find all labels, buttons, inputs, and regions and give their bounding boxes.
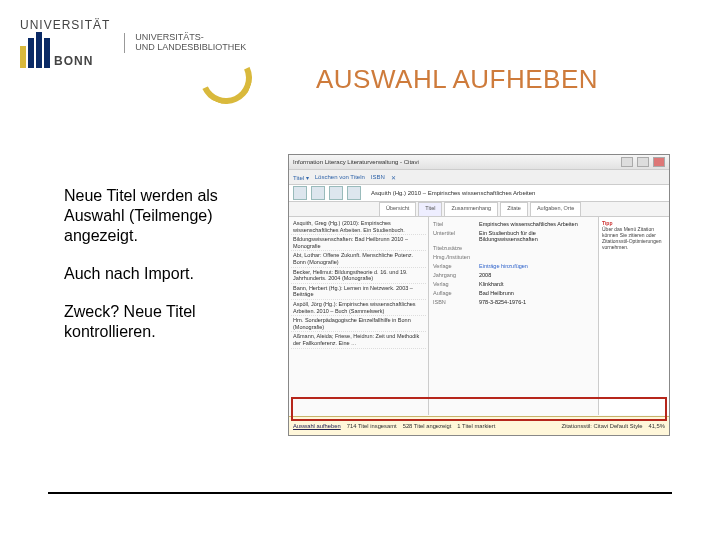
list-item[interactable]: Becker, Hellmut: Bildungstheorie d. 16. …: [291, 268, 426, 284]
list-item[interactable]: Hrn. Sonderpädagogische Einzelfallhilfe …: [291, 316, 426, 332]
maximize-button[interactable]: [637, 157, 649, 167]
ribbon-icon[interactable]: [347, 186, 361, 200]
menu-item[interactable]: ISBN: [371, 174, 385, 180]
minimize-button[interactable]: [621, 157, 633, 167]
list-item[interactable]: Bann, Herbert (Hg.): Lernen im Netzwerk.…: [291, 284, 426, 300]
window-title: Information Literacy Literaturverwaltung…: [293, 159, 617, 165]
field-value[interactable]: Klinkhardt: [479, 281, 594, 287]
uni-label: UNIVERSITÄT: [20, 18, 110, 32]
body-p3: Zweck? Neue Titel kontrollieren.: [64, 302, 274, 342]
list-item[interactable]: Aßmann, Aleida; Friese, Heidrun: Zeit un…: [291, 332, 426, 348]
field-label: Titelzusätze: [433, 245, 479, 251]
ribbon: Asquith (Hg.) 2010 – Empirisches wissens…: [289, 185, 669, 202]
logo-ulb: UNIVERSITÄTS- UND LANDESBIBLIOTHEK: [124, 33, 246, 53]
logo-strip: UNIVERSITÄT BONN UNIVERSITÄTS- UND LANDE…: [20, 8, 320, 78]
ribbon-icon[interactable]: [329, 186, 343, 200]
tip-body: Über das Menü Zitation können Sie zitier…: [602, 226, 666, 250]
status-segment: 714 Titel insgesamt: [347, 423, 397, 429]
list-item[interactable]: Bildungswissenschaften: Bad Heilbrunn 20…: [291, 235, 426, 251]
ribbon-icon[interactable]: [311, 186, 325, 200]
footer-rule: [48, 492, 672, 494]
field-label: Jahrgang: [433, 272, 479, 278]
title-list: Asquith, Greg (Hg.) (2010): Empirisches …: [289, 217, 429, 415]
tab[interactable]: Aufgaben, Orte: [530, 202, 581, 216]
field-value[interactable]: Empirisches wissenschaftliches Arbeiten: [479, 221, 594, 227]
embedded-screenshot: Information Literacy Literaturverwaltung…: [288, 154, 670, 436]
tab[interactable]: Zitate: [500, 202, 528, 216]
toolbar: Titel ▾ Löschen von Titeln ISBN ✕: [289, 170, 669, 185]
swoosh-icon: [193, 45, 260, 112]
breadcrumb: Asquith (Hg.) 2010 – Empirisches wissens…: [371, 190, 535, 196]
body-p1: Neue Titel werden als Auswahl (Teilmenge…: [64, 186, 274, 246]
window-titlebar: Information Literacy Literaturverwaltung…: [289, 155, 669, 170]
status-style: Zitationsstil: Citavi Default Style: [561, 423, 642, 429]
tab[interactable]: Zusammenhang: [444, 202, 498, 216]
field-value[interactable]: 978-3-8254-1976-1: [479, 299, 594, 305]
menu-item[interactable]: Titel ▾: [293, 174, 309, 181]
list-item[interactable]: Abt, Lothar: Offene Zukunft. Menschliche…: [291, 251, 426, 267]
status-bar: Auswahl aufheben 714 Titel insgesamt 528…: [289, 416, 669, 435]
main-area: Asquith, Greg (Hg.) (2010): Empirisches …: [289, 217, 669, 415]
slide-title: AUSWAHL AUFHEBEN: [316, 64, 598, 95]
close-button[interactable]: [653, 157, 665, 167]
tab-strip: Übersicht Titel Zusammenhang Zitate Aufg…: [289, 202, 669, 217]
field-value[interactable]: [479, 245, 594, 251]
status-pct: 41,5%: [649, 423, 665, 429]
field-label: Untertitel: [433, 230, 479, 242]
menu-item[interactable]: ✕: [391, 174, 396, 181]
menu-item[interactable]: Löschen von Titeln: [315, 174, 365, 180]
slide: UNIVERSITÄT BONN UNIVERSITÄTS- UND LANDE…: [0, 0, 720, 540]
list-item[interactable]: Asquith, Greg (Hg.) (2010): Empirisches …: [291, 219, 426, 235]
field-label: Verlage: [433, 263, 479, 269]
tips-sidebar: Tipp Über das Menü Zitation können Sie z…: [598, 217, 669, 415]
tab[interactable]: Titel: [418, 202, 442, 216]
field-value[interactable]: 2008: [479, 272, 594, 278]
logo-bars-icon: [20, 32, 50, 68]
deselect-link[interactable]: Auswahl aufheben: [293, 423, 341, 429]
detail-pane: TitelEmpirisches wissenschaftliches Arbe…: [429, 217, 598, 415]
body-text: Neue Titel werden als Auswahl (Teilmenge…: [64, 186, 274, 360]
ribbon-icon[interactable]: [293, 186, 307, 200]
tab[interactable]: Übersicht: [379, 202, 416, 216]
field-label: Verlag: [433, 281, 479, 287]
status-segment: 528 Titel angezeigt: [403, 423, 452, 429]
list-item[interactable]: Aspöll, Jörg (Hg.): Empirisches wissensc…: [291, 300, 426, 316]
field-value[interactable]: Einträge hinzufügen: [479, 263, 594, 269]
field-label: Auflage: [433, 290, 479, 296]
body-p2: Auch nach Import.: [64, 264, 274, 284]
field-label: ISBN: [433, 299, 479, 305]
status-segment: 1 Titel markiert: [457, 423, 495, 429]
uni-name: BONN: [54, 54, 93, 68]
field-value[interactable]: Bad Heilbrunn: [479, 290, 594, 296]
field-value[interactable]: Ein Studienbuch für die Bildungswissensc…: [479, 230, 594, 242]
logo-uni-bonn: UNIVERSITÄT BONN: [20, 18, 110, 68]
field-label: Hrsg./Instituten: [433, 254, 479, 260]
field-value[interactable]: [479, 254, 594, 260]
field-label: Titel: [433, 221, 479, 227]
